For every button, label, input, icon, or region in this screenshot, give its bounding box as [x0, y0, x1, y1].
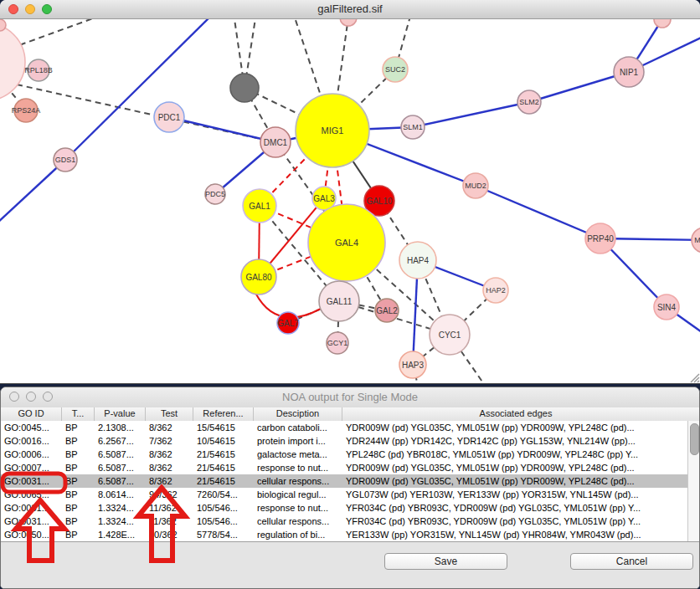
table-cell: biological regul...	[254, 488, 342, 501]
node-label-GAL80: GAL80	[245, 273, 272, 282]
node-label-HAP3: HAP3	[402, 361, 425, 370]
table-cell: cellular respons...	[254, 474, 342, 488]
table-cell: 15/54615	[193, 421, 254, 434]
table-cell: 21/54615	[193, 448, 254, 461]
column-header-t-[interactable]: T...	[62, 407, 95, 421]
node-label-MUD2: MUD2	[465, 182, 486, 190]
table-cell: GO:0031...	[1, 501, 62, 515]
table-scrollbar	[687, 421, 699, 541]
table-cell: BP	[62, 528, 95, 541]
table-cell: regulation of bi...	[254, 528, 342, 541]
table-cell: BP	[62, 474, 95, 488]
table-cell: YER133W (pp) YOR315W, YNL145W (pd) YHR08…	[342, 528, 689, 541]
table-cell: YFR034C (pd) YBR093C, YDR009W (pd) YGL03…	[342, 501, 689, 515]
table-cell: BP	[62, 448, 95, 461]
table-row[interactable]: GO:0031...BP1.3324...11/362105/546...res…	[1, 501, 689, 515]
resize-grip[interactable]	[691, 374, 699, 382]
table-row[interactable]: GO:0050...BP1.428E...80/3625778/54...reg…	[1, 528, 689, 541]
table-cell: 6.5087...	[95, 448, 146, 461]
column-header-associated-edges[interactable]: Associated edges	[342, 407, 689, 421]
table-cell: 2.1308...	[95, 421, 146, 434]
column-header-go-id[interactable]: GO ID	[1, 407, 62, 421]
edge-blue	[169, 117, 275, 142]
table-cell: 105/546...	[193, 501, 254, 515]
table-cell: protein import i...	[254, 434, 342, 448]
column-header-referen-[interactable]: Referen...	[193, 407, 254, 421]
table-cell: GO:0065...	[1, 488, 62, 501]
table-row[interactable]: GO:0045...BP2.1308...8/36215/54615carbon…	[1, 421, 689, 434]
node-label-NIP1: NIP1	[620, 68, 639, 77]
node-label-DMC1: DMC1	[264, 138, 288, 147]
edge-blue	[65, 18, 212, 160]
table-cell: 80/362	[146, 528, 193, 541]
node-gray-node[interactable]	[230, 74, 259, 102]
table-row[interactable]: GO:0031...BP1.3324...11/362105/546...cel…	[1, 515, 689, 528]
table-cell: BP	[62, 434, 95, 448]
node-label-PRP40: PRP40	[587, 234, 614, 243]
table-cell: YPL248C (pd) YBR018C, YML051W (pp) YDR00…	[342, 448, 689, 461]
table-cell: response to nut...	[254, 501, 342, 515]
table-cell: GO:0007...	[1, 461, 62, 474]
column-header-desciption[interactable]: Desciption	[254, 407, 342, 421]
table-cell: 105/546...	[193, 515, 254, 528]
table-cell: 94/362	[146, 488, 193, 501]
table-row[interactable]: GO:0031...BP6.5087...8/36221/54615cellul…	[1, 474, 689, 488]
table-cell: 21/54615	[193, 461, 254, 474]
table-body: GO:0045...BP2.1308...8/36215/54615carbon…	[1, 421, 689, 541]
table-cell: GO:0006...	[1, 448, 62, 461]
node-big-node[interactable]	[0, 23, 25, 100]
table-cell: 8/362	[146, 474, 193, 488]
node-top-cut-node[interactable]	[340, 18, 357, 26]
table-row[interactable]: GO:0016...BP6.2567...7/36210/54615protei…	[1, 434, 689, 448]
table-cell: 6.5087...	[95, 461, 146, 474]
column-header-test[interactable]: Test	[146, 407, 193, 421]
node-label-PDC1: PDC1	[158, 113, 181, 122]
node-label-CYC1: CYC1	[439, 330, 461, 340]
column-header-p-value[interactable]: P-value	[95, 407, 146, 421]
graph-window-titlebar: galFiltered.sif	[0, 0, 700, 19]
table-cell: 1.3324...	[95, 515, 146, 528]
table-cell: galactose meta...	[254, 448, 342, 461]
node-label-PDC5: PDC5	[205, 190, 225, 198]
table-cell: 21/54615	[193, 474, 254, 488]
table-cell: 10/54615	[193, 434, 254, 448]
table-cell: YDR009W (pd) YGL035C, YML051W (pp) YDR00…	[342, 461, 689, 474]
node-label-GAL1: GAL1	[249, 202, 270, 211]
graph-window-title: galFiltered.sif	[0, 3, 700, 15]
table-cell: GO:0045...	[1, 421, 62, 434]
table-row[interactable]: GO:0065...BP8.0614...94/3627260/54...bio…	[1, 488, 689, 501]
node-corner-cut-node[interactable]	[0, 19, 6, 31]
noa-window-title: NOA output for Single Mode	[1, 391, 699, 403]
table-cell: GO:0050...	[1, 528, 62, 541]
table-cell: carbon cataboli...	[254, 421, 342, 434]
node-label-GAL3: GAL3	[313, 194, 335, 203]
table-row[interactable]: GO:0006...BP6.5087...8/36221/54615galact…	[1, 448, 689, 461]
scrollbar-thumb[interactable]	[690, 423, 699, 455]
table-cell: 11/362	[146, 515, 193, 528]
table-cell: 8.0614...	[95, 488, 146, 501]
node-top-right-cut-node[interactable]	[654, 18, 671, 28]
network-canvas[interactable]: RPL18BRPS24AGDS1PDC1DMC1MIG1PDC5GAL1GAL3…	[0, 18, 700, 383]
table-cell: YGL073W (pd) YER103W, YER133W (pp) YOR31…	[342, 488, 689, 501]
table-cell: cellular respons...	[254, 515, 342, 528]
table-cell: 11/362	[146, 501, 193, 515]
node-label-RPL18B: RPL18B	[24, 66, 53, 74]
table-row[interactable]: GO:0007...BP6.5087...8/36221/54615respon…	[1, 461, 689, 474]
table-cell: 7260/54...	[193, 488, 254, 501]
table-cell: BP	[62, 488, 95, 501]
node-label-SIN4: SIN4	[657, 303, 677, 312]
node-label-GDS1: GDS1	[55, 156, 76, 164]
desktop: RPL18BRPS24AGDS1PDC1DMC1MIG1PDC5GAL1GAL3…	[0, 0, 700, 589]
table-cell: 1.3324...	[95, 501, 146, 515]
node-label-SUC2: SUC2	[385, 65, 405, 74]
node-label-SLM2: SLM2	[519, 98, 539, 106]
table-cell: YFR034C (pd) YBR093C, YDR009W (pd) YGL03…	[342, 515, 689, 528]
cancel-button[interactable]: Cancel	[570, 553, 693, 570]
table-cell: YDR009W (pd) YGL035C, YML051W (pp) YDR00…	[342, 474, 689, 488]
save-button[interactable]: Save	[384, 553, 507, 570]
node-label-GAL11: GAL11	[327, 297, 353, 306]
table-cell: BP	[62, 461, 95, 474]
node-label-HAP2: HAP2	[486, 286, 506, 294]
node-label-SLM1: SLM1	[403, 123, 423, 131]
table-cell: 8/362	[146, 461, 193, 474]
